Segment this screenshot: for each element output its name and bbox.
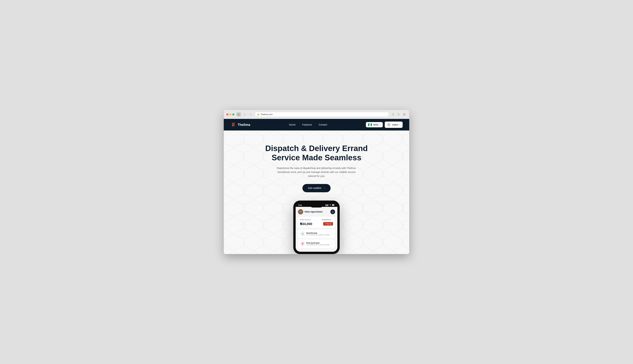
maximize-button[interactable] xyxy=(232,114,234,116)
website: Thelima Home Features Contact NGN ▾ User… xyxy=(224,119,409,254)
transactions-link[interactable]: Transactions → xyxy=(322,219,333,220)
lock-icon: 🔒 xyxy=(257,113,259,116)
battery-icon xyxy=(332,204,335,206)
pickup-errand-card[interactable]: Pick-Up Errand Get matched with a driver… xyxy=(298,240,335,248)
forward-button[interactable] xyxy=(248,112,253,117)
browser-actions xyxy=(391,112,406,117)
tabs-button[interactable] xyxy=(402,112,406,117)
phone-time: 9:41 xyxy=(298,204,302,206)
navbar: Thelima Home Features Contact NGN ▾ User… xyxy=(224,119,409,130)
logo-text: Thelima xyxy=(238,123,250,127)
pickup-errand-icon xyxy=(300,242,305,246)
traffic-lights xyxy=(226,114,234,116)
share-button[interactable] xyxy=(391,112,395,117)
svg-rect-5 xyxy=(404,114,405,115)
signal-icon: ▌▌▌ xyxy=(326,204,329,206)
join-waitlist-button[interactable]: Join waitlist → xyxy=(302,184,330,192)
close-button[interactable] xyxy=(226,114,228,116)
phone-screen: 9:41 ▌▌▌ xyxy=(296,203,337,252)
notification-button[interactable] xyxy=(330,210,335,214)
nav-home[interactable]: Home xyxy=(289,123,296,126)
currency-label: NGN xyxy=(373,124,378,126)
back-button[interactable] xyxy=(242,112,247,117)
add-tab-button[interactable] xyxy=(396,112,401,117)
hero-section: Dispatch & Delivery Errand Service Made … xyxy=(224,130,409,254)
logo[interactable]: Thelima xyxy=(230,122,250,128)
send-errand-text: Send Errand Get matched with a driver pr… xyxy=(306,232,330,236)
users-button[interactable]: Users ▾ xyxy=(385,122,402,128)
wallet-label: Wallet Balance xyxy=(300,219,311,220)
nav-links: Home Features Contact xyxy=(289,123,327,126)
svg-point-13 xyxy=(302,243,303,244)
phone-mockup-container: 9:41 ▌▌▌ xyxy=(293,200,340,254)
dynamic-island xyxy=(311,204,322,208)
phone-user-info: Hello Ugochukwu xyxy=(298,209,323,214)
svg-rect-0 xyxy=(238,114,240,115)
wallet-card: Wallet Balance Transactions → ₦34,000 + … xyxy=(298,217,335,228)
wallet-amount: ₦34,000 xyxy=(300,222,312,226)
phone-status-icons: ▌▌▌ xyxy=(326,204,335,206)
topup-button[interactable]: + Top Up xyxy=(323,222,333,226)
svg-rect-2 xyxy=(404,114,404,114)
nav-contact[interactable]: Contact xyxy=(319,123,327,126)
phone-header: Hello Ugochukwu xyxy=(298,209,335,214)
hero-content: Dispatch & Delivery Errand Service Made … xyxy=(265,144,368,192)
wallet-balance-row: ₦34,000 + Top Up xyxy=(300,222,333,226)
wallet-header: Wallet Balance Transactions → xyxy=(300,219,333,220)
hero-subtitle: Experience the ease of dispatching and d… xyxy=(274,166,360,178)
user-avatar-icon xyxy=(387,123,391,126)
address-bar[interactable]: 🔒 Thelima.com xyxy=(255,112,389,117)
svg-rect-4 xyxy=(404,114,404,115)
url-text: Thelima.com xyxy=(260,113,272,116)
pickup-errand-title: Pick-Up Errand xyxy=(306,242,330,244)
phone-mockup: 9:41 ▌▌▌ xyxy=(293,200,340,254)
hero-title: Dispatch & Delivery Errand Service Made … xyxy=(265,144,368,162)
users-label: Users xyxy=(392,124,398,126)
send-errand-arrow-icon: → xyxy=(331,233,333,235)
browser-chrome: 🔒 Thelima.com xyxy=(224,110,409,119)
send-errand-title: Send Errand xyxy=(306,232,330,234)
sidebar-toggle-button[interactable] xyxy=(236,112,241,117)
phone-app-content: Hello Ugochukwu Wallet Balance xyxy=(296,207,337,252)
send-errand-info: Send Errand Get matched with a driver pr… xyxy=(300,232,330,236)
svg-rect-3 xyxy=(404,114,405,114)
minimize-button[interactable] xyxy=(230,114,231,116)
phone-greeting: Hello Ugochukwu xyxy=(304,210,323,213)
nav-right: NGN ▾ Users ▾ xyxy=(366,122,402,128)
svg-point-12 xyxy=(300,211,301,212)
wifi-icon xyxy=(330,204,332,206)
browser-window: 🔒 Thelima.com xyxy=(224,110,409,254)
currency-selector[interactable]: NGN ▾ xyxy=(366,122,383,127)
currency-chevron-icon: ▾ xyxy=(380,124,380,126)
nav-features[interactable]: Features xyxy=(302,123,312,126)
cta-label: Join waitlist xyxy=(308,187,321,190)
send-errand-icon xyxy=(300,232,305,236)
nigeria-flag-icon xyxy=(368,124,372,126)
phone-avatar xyxy=(298,209,303,214)
send-errand-subtitle: Get matched with a driver promptly! xyxy=(306,234,330,236)
send-errand-card[interactable]: Send Errand Get matched with a driver pr… xyxy=(298,230,335,238)
phone-status-bar: 9:41 ▌▌▌ xyxy=(296,203,337,207)
pickup-errand-text: Pick-Up Errand Get matched with a driver… xyxy=(306,242,330,246)
arrow-right-icon: → xyxy=(323,187,325,190)
users-chevron-icon: ▾ xyxy=(400,124,400,126)
pickup-errand-subtitle: Get matched with a driver promptly! xyxy=(306,244,330,246)
pickup-errand-arrow-icon: → xyxy=(331,242,333,245)
browser-controls xyxy=(236,112,253,117)
svg-point-9 xyxy=(388,124,389,125)
pickup-errand-info: Pick-Up Errand Get matched with a driver… xyxy=(300,242,330,246)
svg-rect-11 xyxy=(332,204,334,206)
